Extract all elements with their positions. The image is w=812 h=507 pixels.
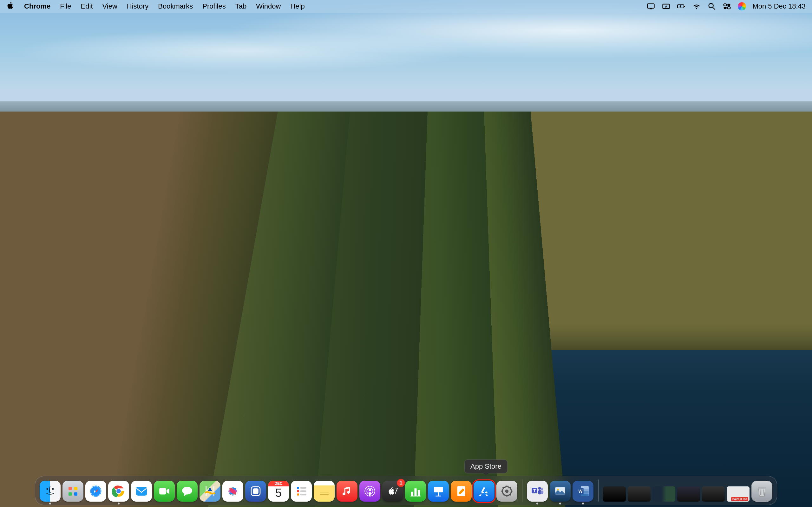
music-dock-icon[interactable] <box>337 481 357 502</box>
photos-dock-icon[interactable] <box>222 481 243 502</box>
menubar-datetime[interactable]: Mon 5 Dec 18:43 <box>752 2 806 10</box>
svg-rect-45 <box>415 488 417 496</box>
svg-rect-7 <box>724 4 727 6</box>
reminders-dock-icon[interactable] <box>291 481 312 502</box>
menubar-profiles[interactable]: Profiles <box>202 2 225 10</box>
menubar: Chrome File Edit View History Bookmarks … <box>0 0 812 13</box>
dock-separator <box>522 480 522 502</box>
svg-rect-49 <box>438 493 439 496</box>
svg-point-69 <box>557 489 559 490</box>
minimized-window-5[interactable] <box>702 487 725 502</box>
spotlight-icon[interactable] <box>707 2 716 11</box>
appstore-dock-icon[interactable] <box>473 481 495 502</box>
svg-point-5 <box>709 3 713 8</box>
svg-line-57 <box>503 487 504 488</box>
svg-point-33 <box>297 487 299 489</box>
minimized-window-6-label: Paint X lite <box>731 497 748 501</box>
svg-point-37 <box>297 493 299 496</box>
tv-dock-icon[interactable]: 1 <box>382 481 403 502</box>
svg-line-60 <box>510 487 511 488</box>
menubar-edit[interactable]: Edit <box>81 2 93 10</box>
menubar-bookmarks[interactable]: Bookmarks <box>158 2 193 10</box>
input-source-icon[interactable]: A <box>662 2 670 11</box>
svg-rect-67 <box>541 491 544 494</box>
svg-point-43 <box>369 489 371 491</box>
svg-rect-46 <box>418 490 420 496</box>
svg-rect-44 <box>411 492 413 496</box>
svg-line-80 <box>763 490 763 495</box>
svg-rect-50 <box>436 496 441 497</box>
svg-line-59 <box>503 494 504 496</box>
minimized-window-2[interactable] <box>628 487 651 502</box>
control-center-icon[interactable] <box>722 2 731 11</box>
dock-tooltip: App Store <box>464 459 507 473</box>
chrome-dock-icon[interactable] <box>108 481 129 502</box>
dock-separator-2 <box>598 480 599 502</box>
menubar-app-name[interactable]: Chrome <box>24 2 50 10</box>
launchpad-dock-icon[interactable] <box>62 481 84 502</box>
svg-rect-14 <box>74 493 78 496</box>
minimized-window-6[interactable]: Paint X lite <box>727 487 750 502</box>
svg-rect-20 <box>136 487 147 496</box>
mail-dock-icon[interactable] <box>131 481 152 502</box>
pages-dock-icon[interactable] <box>451 481 472 502</box>
messages-dock-icon[interactable] <box>177 481 198 502</box>
svg-rect-13 <box>68 493 72 496</box>
tv-badge: 1 <box>397 479 405 487</box>
keynote-dock-icon[interactable] <box>428 481 449 502</box>
safari-dock-icon[interactable] <box>85 481 106 502</box>
notes-dock-icon[interactable] <box>314 481 335 502</box>
calendar-icon-month: DEC <box>268 481 289 487</box>
settings-dock-icon[interactable] <box>496 481 517 502</box>
screen-mirroring-icon[interactable] <box>647 2 655 11</box>
dock: App Store <box>35 476 777 505</box>
teams-dock-icon[interactable]: T <box>527 481 548 502</box>
menubar-file[interactable]: File <box>60 2 71 10</box>
battery-icon[interactable] <box>677 2 686 11</box>
svg-line-6 <box>713 8 715 10</box>
svg-point-22 <box>182 487 192 495</box>
svg-text:T: T <box>534 489 536 493</box>
facetime-dock-icon[interactable] <box>154 481 175 502</box>
menubar-right: A Mon 5 Dec 18:43 <box>647 2 806 11</box>
svg-rect-36 <box>300 490 306 492</box>
clips-dock-icon[interactable] <box>245 481 266 502</box>
svg-point-64 <box>538 487 541 490</box>
minimized-window-4[interactable] <box>677 487 700 502</box>
minimized-window-1[interactable] <box>603 487 626 502</box>
podcasts-dock-icon[interactable] <box>359 481 380 502</box>
svg-point-61 <box>505 490 509 493</box>
svg-rect-77 <box>758 487 766 489</box>
word-dock-icon[interactable]: W <box>572 481 594 502</box>
svg-text:W: W <box>578 489 583 494</box>
menubar-history[interactable]: History <box>127 2 148 10</box>
wifi-icon[interactable] <box>692 2 701 11</box>
menubar-tab[interactable]: Tab <box>235 2 247 10</box>
calendar-icon-day: 5 <box>275 487 282 500</box>
menubar-help[interactable]: Help <box>290 2 305 10</box>
svg-rect-21 <box>159 488 166 495</box>
apple-menu-icon[interactable] <box>6 1 14 11</box>
svg-rect-10 <box>728 7 730 9</box>
calendar-dock-icon[interactable]: DEC 5 <box>268 481 289 502</box>
menubar-window[interactable]: Window <box>256 2 281 10</box>
svg-point-65 <box>541 488 543 490</box>
svg-point-35 <box>297 490 299 493</box>
svg-rect-34 <box>300 487 306 489</box>
maps-dock-icon[interactable] <box>200 481 220 502</box>
svg-rect-32 <box>253 488 258 494</box>
svg-rect-48 <box>434 487 443 493</box>
numbers-dock-icon[interactable] <box>405 481 426 502</box>
svg-line-78 <box>760 490 761 495</box>
svg-text:A: A <box>665 5 667 9</box>
user-avatar-icon[interactable] <box>738 2 746 10</box>
minimized-window-3[interactable] <box>653 487 675 502</box>
svg-rect-0 <box>648 4 654 8</box>
finder-dock-icon[interactable] <box>40 481 61 502</box>
preview-dock-icon[interactable] <box>550 481 571 502</box>
desktop-wallpaper[interactable] <box>0 0 812 507</box>
trash-dock-icon[interactable] <box>751 481 772 502</box>
svg-rect-9 <box>724 7 727 9</box>
menubar-view[interactable]: View <box>102 2 117 10</box>
svg-rect-12 <box>74 487 78 490</box>
